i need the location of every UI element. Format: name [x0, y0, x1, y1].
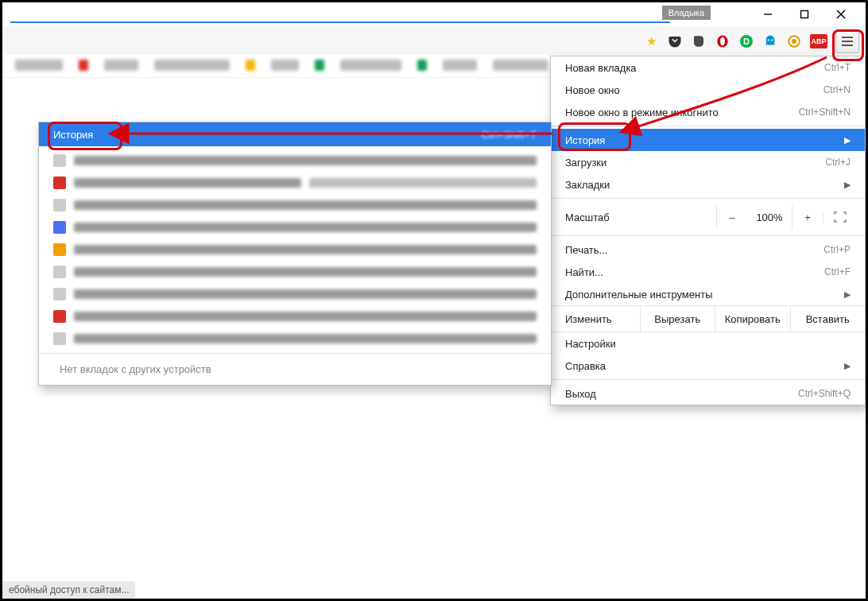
- history-no-tabs-label: Нет вкладок с других устройств: [39, 353, 551, 385]
- window-titlebar: Владыка: [2, 2, 866, 26]
- menu-bookmarks[interactable]: Закладки▶: [551, 173, 865, 196]
- zoom-out-button[interactable]: –: [716, 205, 747, 229]
- ghostery-icon[interactable]: [762, 33, 778, 49]
- menu-more-tools[interactable]: Дополнительные инструменты▶: [551, 283, 865, 305]
- menu-find[interactable]: Найти...Ctrl+F: [551, 261, 865, 283]
- adblock-icon[interactable]: ABP: [810, 34, 827, 48]
- history-item[interactable]: [39, 283, 551, 305]
- history-item[interactable]: [39, 172, 551, 194]
- svg-point-5: [720, 37, 725, 46]
- svg-point-9: [771, 39, 773, 41]
- menu-new-window[interactable]: Новое окноCtrl+N: [551, 79, 865, 101]
- opera-icon[interactable]: [715, 33, 730, 49]
- history-item[interactable]: [39, 216, 551, 238]
- main-menu: Новая вкладкаCtrl+T Новое окноCtrl+N Нов…: [550, 56, 866, 405]
- menu-paste[interactable]: Вставить: [791, 305, 866, 332]
- star-icon[interactable]: ★: [643, 33, 659, 49]
- menu-cut[interactable]: Вырезать: [641, 305, 716, 332]
- main-menu-button[interactable]: [835, 29, 859, 53]
- menu-settings[interactable]: Настройки: [551, 332, 865, 355]
- chevron-right-icon: ▶: [844, 289, 851, 300]
- history-submenu: История Ctrl+Shift+T Нет вкладок с други…: [38, 122, 552, 386]
- svg-point-11: [792, 39, 796, 44]
- history-item[interactable]: [39, 305, 551, 328]
- svg-point-8: [768, 39, 769, 41]
- menu-incognito[interactable]: Новое окно в режиме инкогнитоCtrl+Shift+…: [551, 101, 865, 123]
- menu-zoom: Масштаб – 100% +: [551, 201, 865, 233]
- svg-rect-1: [801, 11, 808, 18]
- menu-print[interactable]: Печать...Ctrl+P: [551, 238, 865, 261]
- chevron-right-icon: ▶: [844, 361, 851, 371]
- zoom-value: 100%: [747, 211, 792, 223]
- history-item[interactable]: [39, 194, 551, 216]
- browser-toolbar: ★ D ABP: [2, 26, 866, 56]
- window-close-button[interactable]: [823, 2, 859, 26]
- menu-exit[interactable]: ВыходCtrl+Shift+Q: [551, 382, 865, 405]
- menu-edit-label: Изменить: [551, 305, 641, 332]
- history-item[interactable]: [39, 261, 551, 283]
- menu-history[interactable]: История▶: [551, 129, 865, 151]
- fullscreen-button[interactable]: [823, 211, 857, 223]
- menu-help[interactable]: Справка▶: [551, 355, 865, 377]
- history-item[interactable]: [39, 328, 551, 350]
- history-item[interactable]: [39, 238, 551, 261]
- profile-badge[interactable]: Владыка: [662, 6, 711, 20]
- menu-edit-row: Изменить Вырезать Копировать Вставить: [551, 305, 865, 332]
- zoom-in-button[interactable]: +: [792, 205, 823, 229]
- window-maximize-button[interactable]: [786, 2, 823, 26]
- menu-new-tab[interactable]: Новая вкладкаCtrl+T: [551, 56, 865, 79]
- wot-icon[interactable]: [786, 33, 802, 49]
- window-minimize-button[interactable]: [750, 2, 786, 26]
- svg-text:D: D: [743, 37, 750, 46]
- menu-downloads[interactable]: ЗагрузкиCtrl+J: [551, 151, 865, 173]
- dashlane-icon[interactable]: D: [738, 33, 754, 49]
- history-item[interactable]: [39, 149, 551, 172]
- menu-copy[interactable]: Копировать: [715, 305, 791, 332]
- evernote-icon[interactable]: [691, 33, 707, 49]
- history-submenu-header[interactable]: История Ctrl+Shift+T: [39, 122, 551, 146]
- chevron-right-icon: ▶: [844, 135, 851, 145]
- chevron-right-icon: ▶: [844, 180, 851, 190]
- pocket-icon[interactable]: [667, 33, 683, 49]
- status-bar: ебойный доступ к сайтам...: [2, 581, 135, 599]
